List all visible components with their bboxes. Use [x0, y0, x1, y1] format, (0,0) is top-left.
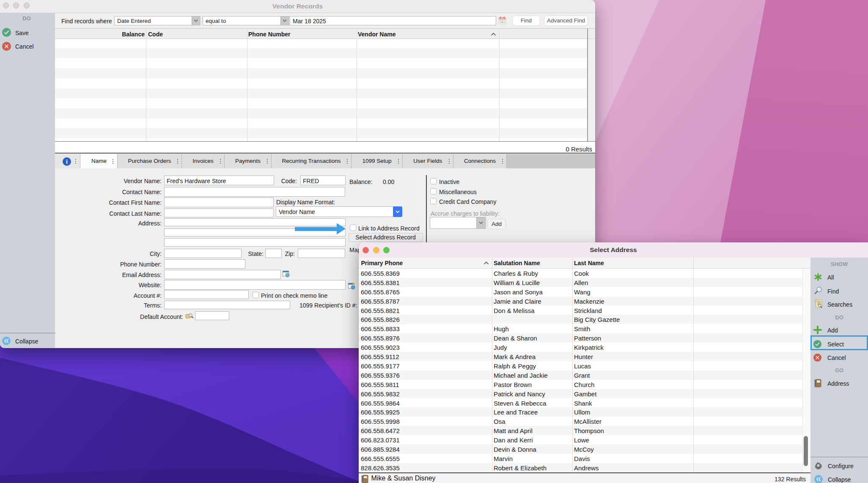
svg-text:i: i: [66, 159, 68, 165]
